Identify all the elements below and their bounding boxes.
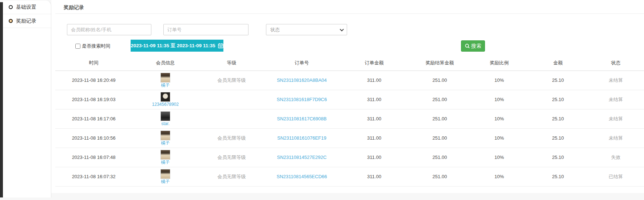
order-amount-cell: 311.00 <box>339 148 409 167</box>
level-cell <box>199 109 265 128</box>
column-header: 订单金额 <box>339 55 409 71</box>
status-select-value: 状态 <box>270 27 280 33</box>
amount-cell: 25.10 <box>528 109 588 128</box>
column-header: 等级 <box>199 55 265 71</box>
table-row: 2023-11-08 16:17:06 star. SN2311081617C6… <box>55 109 644 128</box>
level-cell: 会员无限等级 <box>199 71 265 90</box>
order-number-link[interactable]: SN231108161076EF19 <box>277 135 326 141</box>
member-name-link[interactable]: 12345678902 <box>152 102 179 107</box>
avatar[interactable] <box>160 131 170 140</box>
time-cell: 2023-11-08 16:07:48 <box>55 148 132 167</box>
member-cell: 橘子 <box>132 167 199 186</box>
status-cell: 失效 <box>588 148 644 167</box>
time-cell: 2023-11-08 16:19:03 <box>55 90 132 109</box>
page-background-band <box>0 193 644 200</box>
amount-cell: 25.10 <box>528 90 588 109</box>
table-row: 2023-11-08 16:10:56 橘子 会员无限等级 SN23110816… <box>55 128 644 148</box>
reward-records-table: 时间会员信息等级订单号订单金额奖励结算金额奖励比例金额状态 2023-11-08… <box>55 55 644 187</box>
title-divider <box>55 13 644 14</box>
status-cell: 已结算 <box>588 167 644 186</box>
amount-cell: 25.10 <box>528 128 588 148</box>
reward-ratio-cell: 10% <box>470 148 528 167</box>
table-row: 2023-11-08 16:07:48 橘子 会员无限等级 SN23110814… <box>55 148 644 167</box>
order-number-link[interactable]: SN2311081617C6908B <box>277 116 326 121</box>
order-amount-cell: 311.00 <box>339 90 409 109</box>
settle-amount-cell: 251.00 <box>409 148 470 167</box>
order-amount-cell: 311.00 <box>339 128 409 148</box>
sidebar-item-reward-records[interactable]: 奖励记录 <box>3 14 51 28</box>
table-row: 2023-11-08 16:19:03 12345678902 SN231108… <box>55 90 644 109</box>
chevron-down-icon <box>340 27 344 31</box>
settle-amount-cell: 251.00 <box>409 90 470 109</box>
member-name-link[interactable]: star. <box>161 121 170 127</box>
status-cell: 未结算 <box>588 128 644 148</box>
settle-amount-cell: 251.00 <box>409 71 470 90</box>
table-row: 2023-11-08 16:07:32 橘子 会员无限等级 SN23110814… <box>55 167 644 186</box>
column-header: 奖励结算金额 <box>409 55 470 71</box>
settle-amount-cell: 251.00 <box>409 109 470 128</box>
radio-circle-icon-active <box>9 19 13 23</box>
sidebar-item-label: 奖励记录 <box>16 18 36 24</box>
column-header: 时间 <box>55 55 132 71</box>
search-time-checkbox[interactable] <box>75 44 80 49</box>
sidebar: 基础设置 奖励记录 <box>3 0 51 197</box>
order-number-link[interactable]: SN2311081620A8BA04 <box>277 77 327 83</box>
level-cell: 会员无限等级 <box>199 167 265 186</box>
avatar[interactable] <box>160 169 170 179</box>
sidebar-item-basic-settings[interactable]: 基础设置 <box>3 0 51 14</box>
status-select[interactable]: 状态 <box>266 24 347 35</box>
left-dark-strip <box>0 2 3 197</box>
status-cell: 未结算 <box>588 109 644 128</box>
amount-cell: 25.10 <box>528 167 588 186</box>
member-cell: 12345678902 <box>132 90 199 109</box>
column-header: 奖励比例 <box>470 55 528 71</box>
avatar[interactable] <box>160 111 170 121</box>
status-cell: 未结算 <box>588 90 644 109</box>
time-cell: 2023-11-08 16:10:56 <box>55 128 132 148</box>
amount-cell: 25.10 <box>528 148 588 167</box>
order-number-link[interactable]: SN23110814527E292C <box>277 155 326 160</box>
sidebar-item-label: 基础设置 <box>16 4 36 11</box>
column-header: 订单号 <box>265 55 339 71</box>
column-header: 状态 <box>588 55 644 71</box>
reward-ratio-cell: 10% <box>470 128 528 148</box>
order-amount-cell: 311.00 <box>339 71 409 90</box>
search-time-checkbox-label: 是否搜索时间 <box>82 43 110 49</box>
date-range-button[interactable]: 2023-11-09 11:35 至 2023-11-09 11:35 <box>131 40 223 52</box>
member-cell: 橘子 <box>132 128 199 148</box>
order-number-link[interactable]: SN2311081618F7D9C6 <box>277 97 327 102</box>
main-content: 奖励记录 状态 是否搜索时间 2023-11-09 11:35 至 2023-1… <box>51 0 644 193</box>
order-amount-cell: 311.00 <box>339 109 409 128</box>
status-cell: 未结算 <box>588 71 644 90</box>
member-name-link[interactable]: 橘子 <box>161 141 170 146</box>
level-cell: 会员无限等级 <box>199 148 265 167</box>
date-range-label: 2023-11-09 11:35 至 2023-11-09 11:35 <box>131 43 215 49</box>
time-cell: 2023-11-08 16:20:49 <box>55 71 132 90</box>
member-name-link[interactable]: 橘子 <box>161 160 170 165</box>
order-number-link[interactable]: SN23110814565ECD66 <box>277 174 327 179</box>
search-time-checkbox-wrap[interactable]: 是否搜索时间 <box>75 43 110 49</box>
search-icon <box>465 43 470 49</box>
column-header: 会员信息 <box>132 55 199 71</box>
reward-ratio-cell: 10% <box>470 90 528 109</box>
table-header-row: 时间会员信息等级订单号订单金额奖励结算金额奖励比例金额状态 <box>55 55 644 71</box>
reward-ratio-cell: 10% <box>470 167 528 186</box>
level-cell <box>199 90 265 109</box>
radio-circle-icon <box>9 5 13 9</box>
member-cell: 橘子 <box>132 148 199 167</box>
reward-ratio-cell: 10% <box>470 71 528 90</box>
avatar[interactable] <box>160 73 170 83</box>
member-name-link[interactable]: 橘子 <box>161 83 170 88</box>
avatar[interactable] <box>160 150 170 160</box>
table-row: 2023-11-08 16:20:49 橘子 会员无限等级 SN23110816… <box>55 71 644 90</box>
member-name-link[interactable]: 橘子 <box>161 179 170 184</box>
order-number-input[interactable] <box>163 24 249 35</box>
member-search-input[interactable] <box>67 24 151 35</box>
member-cell: star. <box>132 109 199 128</box>
time-cell: 2023-11-08 16:07:32 <box>55 167 132 186</box>
avatar[interactable] <box>160 92 170 102</box>
search-button-label: 搜索 <box>471 43 481 49</box>
search-button[interactable]: 搜索 <box>461 40 485 52</box>
member-cell: 橘子 <box>132 71 199 90</box>
settle-amount-cell: 251.00 <box>409 128 470 148</box>
